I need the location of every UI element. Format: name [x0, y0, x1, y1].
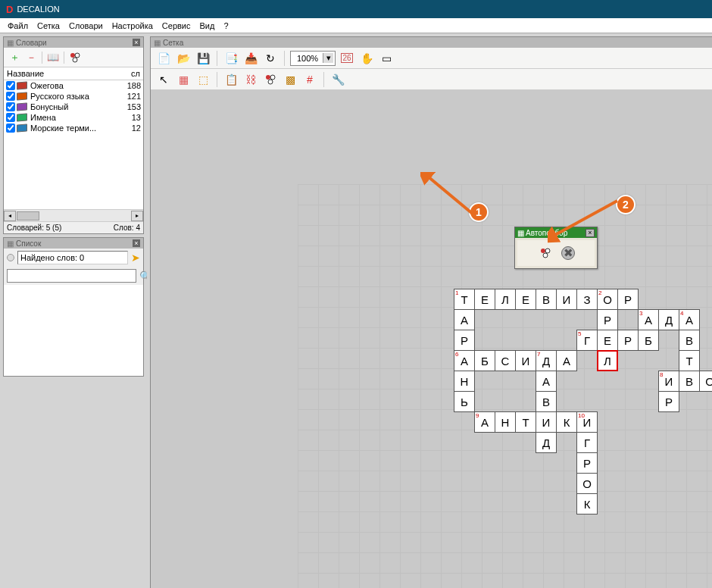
dict-row[interactable]: Ожегова 188 — [4, 80, 143, 91]
crossword-cell[interactable]: Б — [474, 350, 495, 371]
add-icon[interactable]: ＋ — [8, 52, 20, 64]
crossword-cell[interactable]: Ь — [454, 391, 475, 412]
crossword-cell[interactable]: Л — [495, 289, 516, 310]
refresh-icon[interactable]: ↻ — [262, 50, 279, 67]
hash-icon[interactable]: # — [301, 71, 318, 88]
menu-settings[interactable]: Настройка — [112, 21, 153, 30]
crossword-cell[interactable]: 6А — [454, 350, 475, 371]
auto-icon[interactable] — [69, 52, 81, 64]
crossword-cell[interactable]: Т — [679, 350, 700, 371]
dict-row[interactable]: Бонусный 153 — [4, 102, 143, 112]
dict-row[interactable]: Морские терми... 12 — [4, 123, 143, 133]
crossword-cell[interactable]: И — [515, 350, 536, 371]
crossword-cell[interactable]: 2О — [597, 289, 618, 310]
zoom-select[interactable]: 100% ▾ — [290, 51, 336, 66]
dict-checkbox[interactable] — [6, 102, 15, 111]
crossword-cell[interactable]: З — [576, 289, 598, 310]
crossword-cell[interactable]: А — [454, 309, 475, 330]
crossword-cell[interactable]: Д — [658, 309, 679, 330]
crossword-cell[interactable]: Р — [658, 391, 679, 412]
crossword-cell[interactable]: О — [699, 371, 712, 392]
crossword-cell[interactable]: В — [536, 289, 557, 310]
crossword-cell[interactable]: Л — [597, 350, 618, 371]
crossword-cell[interactable]: Е — [515, 289, 536, 310]
crossword-cell[interactable]: Д — [536, 432, 557, 453]
crossword-cell[interactable]: Т — [515, 411, 536, 433]
canvas[interactable]: ▦Автоподбор × ✖ 1 2 1ТЕЛЕВИЗ2ОРАР3 — [151, 90, 712, 588]
crossword-cell[interactable]: В — [679, 330, 700, 351]
crossword-cell[interactable]: Р — [617, 330, 639, 351]
crossword-cell[interactable]: Н — [454, 371, 475, 392]
crossword-cell[interactable]: К — [556, 411, 577, 433]
crossword-cell[interactable]: Н — [495, 411, 516, 433]
menu-help[interactable]: ? — [223, 21, 228, 30]
crossword-cell[interactable]: А — [536, 371, 557, 392]
open-icon[interactable]: 📂 — [175, 50, 192, 67]
export-icon[interactable]: 📑 — [223, 50, 239, 67]
crossword-cell[interactable]: О — [576, 473, 598, 494]
dict-checkbox[interactable] — [6, 113, 15, 122]
book-open-icon[interactable]: 📖 — [47, 52, 59, 64]
crossword-cell[interactable]: Р — [597, 309, 618, 330]
crossword-cell[interactable]: Р — [454, 330, 475, 351]
dict-row[interactable]: Имена 13 — [4, 112, 143, 123]
crossword-cell[interactable]: Е — [474, 289, 495, 310]
crossword-cell[interactable]: Р — [617, 289, 639, 310]
grid-size-icon[interactable]: 26 — [339, 50, 355, 67]
crossword-cell[interactable]: 3А — [638, 309, 659, 330]
dict-checkbox[interactable] — [6, 92, 15, 101]
crossword-cell[interactable]: И — [556, 289, 577, 310]
crossword-cell[interactable]: Е — [597, 330, 618, 351]
crossword-cell[interactable]: С — [495, 350, 516, 371]
crossword-cell[interactable]: 7Д — [536, 350, 557, 371]
menu-file[interactable]: Файл — [8, 21, 28, 30]
dict-hscrollbar[interactable]: ◂ ▸ — [4, 209, 143, 221]
go-arrow-icon[interactable]: ➤ — [131, 252, 140, 264]
remove-icon[interactable]: － — [25, 52, 37, 64]
search-input[interactable] — [7, 269, 136, 283]
scroll-right-icon[interactable]: ▸ — [131, 211, 143, 221]
link-icon[interactable]: ⛓ — [242, 71, 259, 88]
select-area-icon[interactable]: ⬚ — [195, 71, 211, 88]
wrench-icon[interactable]: 🔧 — [329, 71, 346, 88]
close-icon[interactable]: × — [133, 239, 140, 247]
crossword-cell[interactable]: Р — [576, 452, 598, 474]
dictionaries-header[interactable]: ▦Словари × — [4, 37, 143, 48]
menu-view[interactable]: Вид — [200, 21, 215, 30]
dict-row[interactable]: Русского языка 121 — [4, 91, 143, 102]
crossword-cell[interactable]: В — [536, 391, 557, 412]
crossword-cell[interactable]: Б — [638, 330, 659, 351]
chevron-down-icon[interactable]: ▾ — [323, 53, 333, 63]
crossword-cell[interactable]: Г — [576, 432, 598, 453]
close-icon[interactable]: × — [133, 39, 140, 46]
autofill-popup[interactable]: ▦Автоподбор × ✖ — [514, 227, 598, 269]
canvas-scroll[interactable]: ▦Автоподбор × ✖ 1 2 1ТЕЛЕВИЗ2ОРАР3 — [151, 90, 712, 588]
menu-grid[interactable]: Сетка — [37, 21, 60, 30]
close-icon[interactable]: × — [586, 229, 595, 237]
crossword-cell[interactable]: 8И — [658, 371, 679, 392]
cursor-icon[interactable]: ↖ — [155, 71, 172, 88]
properties-icon[interactable]: 📋 — [223, 71, 239, 88]
new-icon[interactable]: 📄 — [155, 50, 172, 67]
list-header[interactable]: ▦Список × — [4, 238, 143, 249]
hand-icon[interactable]: ✋ — [358, 50, 375, 67]
crossword-cell[interactable]: И — [536, 411, 557, 433]
autofill-run-icon[interactable] — [537, 245, 554, 261]
dict-checkbox[interactable] — [6, 124, 15, 133]
menu-dictionaries[interactable]: Словари — [69, 21, 103, 30]
crossword-cell[interactable]: 4А — [679, 309, 700, 330]
rect-select-icon[interactable]: ▭ — [378, 50, 395, 67]
crossword-cell[interactable]: К — [576, 493, 598, 514]
pattern-icon[interactable]: ▩ — [282, 71, 298, 88]
crossword-cell[interactable]: В — [679, 371, 700, 392]
scroll-left-icon[interactable]: ◂ — [4, 211, 16, 221]
crossword-cell[interactable]: 5Г — [576, 330, 598, 351]
menu-service[interactable]: Сервис — [162, 21, 191, 30]
crossword-cell[interactable]: А — [556, 350, 577, 371]
crossword-cell[interactable]: 9А — [474, 411, 495, 433]
crossword-cell[interactable]: 1Т — [454, 289, 475, 310]
fill-grid-icon[interactable]: ▦ — [175, 71, 192, 88]
auto-fill-icon[interactable] — [262, 71, 279, 88]
dict-checkbox[interactable] — [6, 81, 15, 90]
import-icon[interactable]: 📥 — [242, 50, 259, 67]
